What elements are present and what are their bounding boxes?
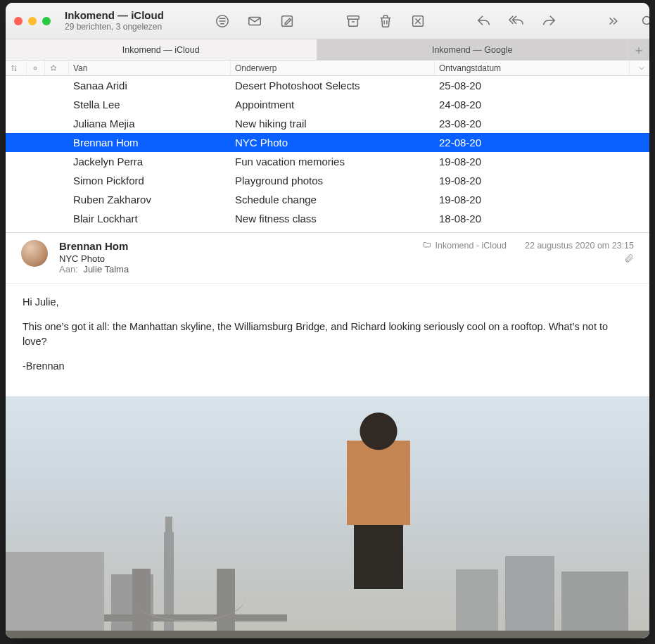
message-row[interactable]: Stella LeeAppointment24-08-20 <box>6 95 649 114</box>
row-date: 25-08-20 <box>435 80 630 91</box>
window-title-block: Inkomend — iCloud 29 berichten, 3 ongele… <box>62 10 196 32</box>
mailbox-tabs: Inkomend — iCloud Inkomend — Google ＋ <box>6 39 649 61</box>
row-date: 22-08-20 <box>435 137 630 149</box>
subject-column-header[interactable]: Onderwerp <box>231 61 435 75</box>
row-subject: NYC Photo <box>231 137 435 149</box>
date-column-header[interactable]: Ontvangstdatum <box>435 61 630 75</box>
minimize-window-button[interactable] <box>28 17 37 25</box>
search-icon[interactable] <box>639 13 649 30</box>
mailbox-folder-icon <box>423 240 431 251</box>
message-header: Brennan Hom NYC Photo Aan: Julie Talma I… <box>6 233 649 284</box>
body-paragraph: Hi Julie, <box>23 295 632 310</box>
recipient-line: Aan: Julie Talma <box>59 264 417 274</box>
new-tab-button[interactable]: ＋ <box>628 39 649 60</box>
junk-icon[interactable] <box>409 13 426 30</box>
tab-label: Inkomend — iCloud <box>122 45 200 55</box>
svg-point-5 <box>643 16 649 24</box>
more-icon[interactable] <box>606 13 623 30</box>
mail-icon[interactable] <box>246 13 263 30</box>
toolbar <box>201 13 649 30</box>
filter-icon[interactable] <box>214 13 231 30</box>
message-meta: Inkomend - iCloud 22 augustus 2020 om 23… <box>423 240 634 265</box>
window-controls <box>14 17 51 25</box>
tab-inbox-google[interactable]: Inkomend — Google <box>317 39 629 60</box>
message-row[interactable]: Brennan HomNYC Photo22-08-20 <box>6 133 649 152</box>
forward-icon[interactable] <box>540 13 557 30</box>
trash-icon[interactable] <box>377 13 394 30</box>
message-row[interactable]: Blair LockhartNew fitness class18-08-20 <box>6 209 649 228</box>
row-from: Blair Lockhart <box>69 213 231 225</box>
row-date: 23-08-20 <box>435 118 630 130</box>
body-paragraph: -Brennan <box>23 359 632 374</box>
from-column-header[interactable]: Van <box>69 61 231 75</box>
row-from: Juliana Mejia <box>69 118 231 130</box>
row-date: 19-08-20 <box>435 175 630 187</box>
message-list: Sanaa AridiDesert Photoshoot Selects25-0… <box>6 76 649 233</box>
row-subject: Schedule change <box>231 194 435 206</box>
message-date: 22 augustus 2020 om 23:15 <box>525 241 634 251</box>
sort-column-icon[interactable] <box>6 61 27 75</box>
tab-label: Inkomend — Google <box>432 45 513 55</box>
recipient-name[interactable]: Julie Talma <box>83 264 129 274</box>
avatar <box>21 240 48 267</box>
to-label: Aan: <box>59 264 78 274</box>
row-from: Brennan Hom <box>69 137 231 149</box>
row-subject: Fun vacation memories <box>231 156 435 168</box>
svg-rect-1 <box>249 17 261 25</box>
unread-column-icon[interactable] <box>27 61 45 75</box>
message-subject: NYC Photo <box>59 253 417 264</box>
row-date: 19-08-20 <box>435 194 630 206</box>
svg-point-6 <box>34 67 37 70</box>
mailbox-name: Inkomend - iCloud <box>435 241 507 251</box>
row-subject: Playground photos <box>231 175 435 187</box>
row-date: 19-08-20 <box>435 156 630 168</box>
message-row[interactable]: Sanaa AridiDesert Photoshoot Selects25-0… <box>6 76 649 95</box>
row-from: Stella Lee <box>69 99 231 111</box>
column-options-icon[interactable] <box>630 61 649 75</box>
row-from: Ruben Zakharov <box>69 194 231 206</box>
message-row[interactable]: Jackelyn PerraFun vacation memories19-08… <box>6 152 649 171</box>
compose-icon[interactable] <box>279 13 295 30</box>
flag-column-icon[interactable] <box>45 61 69 75</box>
message-row[interactable]: Ruben ZakharovSchedule change19-08-20 <box>6 190 649 209</box>
row-from: Simon Pickford <box>69 175 231 187</box>
row-subject: Appointment <box>231 99 435 111</box>
message-row[interactable]: Simon PickfordPlayground photos19-08-20 <box>6 171 649 190</box>
row-subject: New fitness class <box>231 213 435 225</box>
window-subtitle: 29 berichten, 3 ongelezen <box>65 22 196 32</box>
message-body: Hi Julie, This one’s got it all: the Man… <box>6 284 649 396</box>
message-preview-pane: Brennan Hom NYC Photo Aan: Julie Talma I… <box>6 233 649 638</box>
close-window-button[interactable] <box>14 17 23 25</box>
svg-rect-3 <box>348 15 360 19</box>
message-row[interactable]: Juliana MejiaNew hiking trail23-08-20 <box>6 114 649 133</box>
zoom-window-button[interactable] <box>42 17 51 25</box>
sender-name: Brennan Hom <box>59 240 417 252</box>
tab-inbox-icloud[interactable]: Inkomend — iCloud <box>6 39 317 60</box>
body-paragraph: This one’s got it all: the Manhattan sky… <box>23 320 632 349</box>
row-date: 18-08-20 <box>435 213 630 225</box>
mail-window: Inkomend — iCloud 29 berichten, 3 ongele… <box>6 3 649 638</box>
attachment-icon[interactable] <box>624 253 634 265</box>
column-headers: Van Onderwerp Ontvangstdatum <box>6 61 649 76</box>
row-date: 24-08-20 <box>435 99 630 111</box>
attachment-image[interactable] <box>6 396 649 638</box>
reply-icon[interactable] <box>476 13 492 30</box>
row-subject: New hiking trail <box>231 118 435 130</box>
window-title: Inkomend — iCloud <box>65 10 196 22</box>
archive-icon[interactable] <box>345 13 362 30</box>
row-from: Jackelyn Perra <box>69 156 231 168</box>
titlebar: Inkomend — iCloud 29 berichten, 3 ongele… <box>6 3 649 39</box>
row-from: Sanaa Aridi <box>69 80 231 91</box>
reply-all-icon[interactable] <box>508 13 525 30</box>
row-subject: Desert Photoshoot Selects <box>231 80 435 91</box>
